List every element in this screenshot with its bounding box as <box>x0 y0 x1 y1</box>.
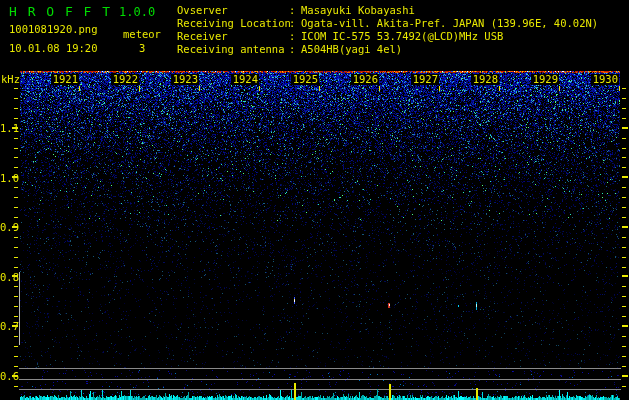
info-label: Receiving antenna <box>177 43 289 56</box>
time-tick-label: 1926 <box>351 74 379 85</box>
freq-tick-label: 1.0 <box>0 173 13 184</box>
freq-tick-label: 0.7 <box>0 321 13 332</box>
time-tick-label: 1921 <box>51 74 79 85</box>
app-title: H R O F F T <box>9 5 112 18</box>
app-version: 1.0.0 <box>119 6 155 18</box>
freq-tick-label: 0.9 <box>0 222 13 233</box>
hrofft-output: H R O F F T 1.0.0 1001081920.png meteor … <box>0 0 629 400</box>
station-info-block: Ovserver:Masayuki Kobayashi Receiving Lo… <box>177 4 598 56</box>
time-tick-label: 1922 <box>111 74 139 85</box>
info-label: Receiving Location <box>177 17 289 30</box>
time-tick-label: 1923 <box>171 74 199 85</box>
time-tick-label: 1925 <box>291 74 319 85</box>
mode-label: meteor <box>123 29 161 40</box>
date-time: 10.01.08 19:20 <box>9 43 98 54</box>
freq-tick-label: 0.8 <box>0 272 13 283</box>
time-tick-label: 1929 <box>531 74 559 85</box>
info-colon: : <box>289 43 301 56</box>
info-value: Ogata-vill. Akita-Pref. JAPAN (139.96E, … <box>301 17 598 30</box>
freq-tick-label: 0.6 <box>0 371 13 382</box>
time-tick-label: 1924 <box>231 74 259 85</box>
output-filename: 1001081920.png <box>9 24 98 35</box>
info-value: ICOM IC-575 53.7492(@LCD)MHz USB <box>301 30 503 43</box>
info-row-location: Receiving Location:Ogata-vill. Akita-Pre… <box>177 17 598 30</box>
time-tick-label: 1930 <box>591 74 619 85</box>
spectrogram-canvas <box>0 0 629 400</box>
meteor-count: 3 <box>139 43 145 54</box>
info-row-receiver: Receiver:ICOM IC-575 53.7492(@LCD)MHz US… <box>177 30 598 43</box>
info-colon: : <box>289 30 301 43</box>
info-colon: : <box>289 17 301 30</box>
info-row-observer: Ovserver:Masayuki Kobayashi <box>177 4 598 17</box>
freq-tick-label: 1.1 <box>0 123 13 134</box>
time-tick-label: 1928 <box>471 74 499 85</box>
info-label: Ovserver <box>177 4 289 17</box>
time-tick-label: 1927 <box>411 74 439 85</box>
info-row-antenna: Receiving antenna:A504HB(yagi 4el) <box>177 43 598 56</box>
info-colon: : <box>289 4 301 17</box>
info-value: Masayuki Kobayashi <box>301 4 415 17</box>
freq-axis-unit: kHz <box>1 74 20 85</box>
info-value: A504HB(yagi 4el) <box>301 43 402 56</box>
info-label: Receiver <box>177 30 289 43</box>
